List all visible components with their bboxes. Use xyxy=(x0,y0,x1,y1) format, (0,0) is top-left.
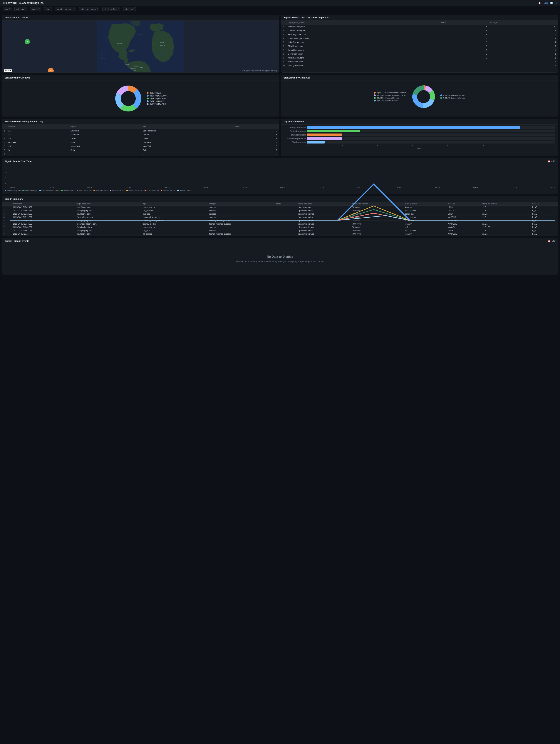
svg-point-25 xyxy=(121,91,136,106)
row-os-app: Breakdown by Client OS xyxy=(2,75,558,116)
table-row[interactable]: 2 Christian Beedgen 6 6 xyxy=(281,29,558,33)
no-data-sub: There is no data for your filter. You ca… xyxy=(236,260,324,263)
legend-app-browser-ext2: 4 (12.1%) 1password Browser Extension xyxy=(374,95,407,96)
country-panel: Breakdown by Country, Region, City count… xyxy=(2,119,279,156)
client-os-header: Breakdown by Client OS xyxy=(2,75,279,81)
legend-dot-ios xyxy=(147,92,149,94)
ts-svg xyxy=(10,166,555,221)
table-row[interactable]: 6 Shiv@acme.com 2 2 xyxy=(281,44,558,48)
filter-client-platform[interactable]: client_platform * xyxy=(102,7,120,11)
col-count: count xyxy=(440,21,488,25)
table-row[interactable]: 8 Dev@acme.com 1 1 xyxy=(281,52,558,56)
mapbox-logo: mapbox xyxy=(4,69,12,72)
table-row[interactable]: 4 Creamester@acme.com 2 2 xyxy=(281,36,558,40)
table-row[interactable]: 11 frank@acme.com 1 1 xyxy=(281,64,558,68)
table-row[interactable]: 3 US Texas Austin 6 xyxy=(2,137,279,141)
filter-city[interactable]: city * xyxy=(44,7,52,11)
col-region: region xyxy=(69,125,142,129)
time-range-label[interactable]: -30D xyxy=(543,2,548,4)
svg-point-33 xyxy=(417,90,430,103)
filter-bar: type * category * country * city * targe… xyxy=(0,6,560,12)
legend-app-mac2: 7 (21.2%) 1password for mac xyxy=(440,97,465,99)
outlier-time-range: ⏰ -14D xyxy=(548,240,555,243)
svg-text:South: South xyxy=(101,52,106,54)
svg-text:Maurit...: Maurit... xyxy=(160,41,165,43)
table-row[interactable]: 7 2022-04-21T19:08:56Z Christian Beedgen… xyxy=(2,226,558,229)
client-app-header: Breakdown by Client App xyxy=(281,75,558,81)
filter-category[interactable]: category * xyxy=(14,7,27,11)
table-row[interactable]: 9 Mike@acme.com 1 1 xyxy=(281,56,558,60)
top-users-panel: Top 10 Active Users ankit@oxpany.com Pol… xyxy=(281,119,558,156)
table-row[interactable]: 7 ... ... ... ... xyxy=(2,152,279,156)
legend-app-mac: 5 (15.2%) 1Password for Mac xyxy=(374,97,407,99)
legend-item-ios: 4 (12.1%) iOS xyxy=(147,92,168,94)
no-data-section: No Data to Display There is no data for … xyxy=(2,244,558,274)
table-row[interactable]: 8 2022-04-21T15:03:01Z ankit@oxpany.com … xyxy=(2,229,558,232)
table-row[interactable]: 1 US California San Francisco 7 xyxy=(2,129,279,133)
table-row[interactable]: 5 Luke@acme.com 2 2 xyxy=(281,40,558,44)
map-credit: mapbox xyxy=(4,69,12,72)
header-controls: ⏰ -30D 🔄 ⬇ xyxy=(538,2,557,4)
filter-client-app[interactable]: client_app_name * xyxy=(79,7,99,11)
map-marker-2[interactable]: 2 xyxy=(25,39,30,44)
legend-dot-windows xyxy=(147,95,149,97)
table-row[interactable]: 6 IN Delhi Delhi 3 xyxy=(2,148,279,152)
bar-row: ankit@oxpany.com xyxy=(283,126,555,129)
filter-type[interactable]: type * xyxy=(3,7,11,11)
col-country: country xyxy=(6,125,69,129)
col-count: count xyxy=(233,125,279,129)
table-row[interactable]: 3 Polster@acme.com 3 3 xyxy=(281,33,558,36)
time-series-panel: Sign-in Events Over Time ⏰ -14D 15 10 5 … xyxy=(2,158,558,194)
legend-item-linux: 7 (21.2%) LINUX xyxy=(147,100,168,102)
table-row[interactable]: 2 US Colorado Denver 6 xyxy=(2,133,279,137)
client-app-panel: Breakdown by Client App 1 (3.0%) 1Passwo… xyxy=(281,75,558,116)
ts-body: 15 10 5 0 xyxy=(2,164,558,194)
row-geo-events: Geolocation of Clients xyxy=(2,14,558,73)
legend-dot-macosx xyxy=(147,98,149,100)
row-country-users: Breakdown by Country, Region, City count… xyxy=(2,119,558,156)
signin-events-body: target_user_name count count_1d 1 ankit@… xyxy=(281,21,558,68)
client-app-donut-svg xyxy=(411,84,437,110)
signin-events-table: target_user_name count count_1d 1 ankit@… xyxy=(281,21,558,68)
map-container: South Atlantic Ocean South Pacific Ocean… xyxy=(2,21,279,72)
filter-client-os[interactable]: client_os * xyxy=(123,7,136,11)
map-credit-right: © Mapbox © OpenStreetMap Improve this ma… xyxy=(242,70,277,72)
svg-text:South: South xyxy=(158,48,164,51)
ts-x-labels: Apr 12 Apr 13 Apr 14 Apr 15 Apr 16 Apr 1… xyxy=(10,186,555,188)
refresh-icon[interactable]: 🔄 xyxy=(550,2,553,4)
filter-country[interactable]: country * xyxy=(30,7,41,11)
clock-icon: ⏰ xyxy=(538,2,541,4)
svg-text:Atlantic: Atlantic xyxy=(157,51,164,53)
table-row[interactable]: 9 2022-04-21T15:1... Shiv@acme.com all_b… xyxy=(2,232,558,236)
table-row[interactable]: 7 Suraj@acme.com 2 2 xyxy=(281,48,558,52)
outlier-panel: Outlier - Sign-in Events ⏰ -14D No Data … xyxy=(2,238,558,275)
legend-app-web: 9 (27.3%) 1password for web xyxy=(440,95,465,96)
legend-item-macosx2: 6 (18.2%) MacOSX xyxy=(147,103,168,105)
page-title: 1Password - Successful Sign-ins xyxy=(3,1,43,4)
legend-dot-macosx2 xyxy=(147,103,149,105)
main-content: Geolocation of Clients xyxy=(0,12,560,277)
outlier-header: Outlier - Sign-in Events ⏰ -14D xyxy=(2,238,558,244)
svg-text:Brazil: Brazil xyxy=(140,67,143,68)
svg-text:Ecuador: Ecuador xyxy=(134,65,139,67)
table-row[interactable]: 1 ankit@oxpany.com 12 12 xyxy=(281,25,558,29)
country-table-wrap: country region city count 1 US Californi… xyxy=(2,125,279,156)
client-app-body: 1 (3.0%) 1Password Browser Extension 4 (… xyxy=(281,81,558,113)
col-num xyxy=(281,21,286,25)
svg-text:Colombia: Colombia xyxy=(124,64,129,65)
table-row[interactable]: 4 Australia NSW Canberra 5 xyxy=(2,141,279,144)
legend-app-ios: 7 (21.2%) 1password for ios xyxy=(374,100,407,102)
filter-icon[interactable]: ⬇ xyxy=(555,2,557,4)
bar-row: Luke@acme.com xyxy=(283,134,555,136)
signin-events-header: Sign-in Events - One Day Time Comparison xyxy=(281,15,558,21)
table-row[interactable]: 6 2022-04-21T15:17:26Z Creamester@acme.c… xyxy=(2,222,558,226)
no-data-title: No Data to Display xyxy=(267,255,293,259)
client-os-body: 4 (12.1%) iOS 9 (27.3%) WINDOWS 7 (21.2%… xyxy=(2,81,279,116)
client-os-donut-svg xyxy=(113,84,143,113)
table-row[interactable]: 5 US Nyew York New York 5 xyxy=(2,144,279,148)
client-os-legend: 4 (12.1%) iOS 9 (27.3%) WINDOWS 7 (21.2%… xyxy=(147,92,168,105)
table-row[interactable]: 10 Tim@acme.com 1 1 xyxy=(281,60,558,64)
legend-item-macosx: 7 (21.2%) MACOSX xyxy=(147,98,168,100)
filter-target-user[interactable]: target_user_name * xyxy=(55,7,76,11)
map-marker-4[interactable]: 4 xyxy=(48,68,54,72)
